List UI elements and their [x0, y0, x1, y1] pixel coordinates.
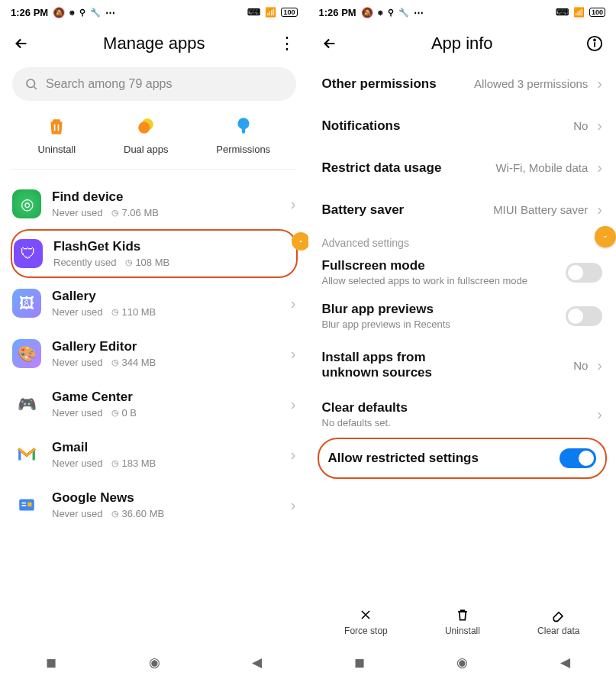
qa-uninstall[interactable]: Uninstall [37, 115, 76, 155]
chevron-right-icon: › [597, 75, 602, 92]
nav-back[interactable]: ◀ [252, 655, 262, 671]
svg-rect-10 [27, 503, 31, 506]
row-other-permissions[interactable]: Other permissions Allowed 3 permissions … [308, 63, 617, 105]
bottom-actions: Force stop Uninstall Clear data [308, 601, 617, 645]
app-row-gallery[interactable]: 🖼 Gallery Never used ◷110 MB › [0, 278, 308, 328]
app-usage: Never used [52, 458, 102, 469]
clock-icon: ◷ [111, 307, 119, 317]
scroll-indicator-badge [595, 226, 616, 247]
clock-icon: ◷ [111, 408, 119, 418]
trash-icon [45, 115, 68, 137]
row-sub: Blur app previews in Recents [322, 318, 557, 330]
scroll-indicator-badge [292, 232, 308, 251]
action-force-stop[interactable]: Force stop [344, 607, 388, 636]
row-blur[interactable]: Blur app previews Blur app previews in R… [308, 294, 617, 338]
row-sub: Allow selected apps to work in fullscree… [322, 275, 557, 286]
app-row-game-center[interactable]: 🎮 Game Center Never used ◷0 B › [0, 379, 308, 429]
status-bar: 1:26 PM 🔕 ⎈ ⚲ 🔧 ⋯ ⌨ 📶 100 [0, 0, 308, 24]
app-row-gallery-editor[interactable]: 🎨 Gallery Editor Never used ◷344 MB › [0, 328, 308, 379]
chevron-right-icon: › [597, 201, 602, 218]
more-button[interactable]: ⋮ [276, 34, 298, 53]
flashget-icon: 🛡 [14, 239, 43, 268]
action-uninstall[interactable]: Uninstall [445, 607, 480, 636]
row-clear-defaults[interactable]: Clear defaults No defaults set. › [308, 393, 617, 436]
clock-icon: ◷ [111, 357, 119, 367]
nav-home[interactable]: ◉ [456, 655, 468, 671]
quick-actions: Uninstall Dual apps Permissions [0, 108, 308, 169]
app-usage: Never used [52, 357, 102, 368]
qa-dual[interactable]: Dual apps [124, 115, 169, 155]
row-fullscreen[interactable]: Fullscreen mode Allow selected apps to w… [308, 254, 617, 294]
search-placeholder: Search among 79 apps [46, 77, 172, 91]
row-notifications[interactable]: Notifications No › [308, 105, 617, 147]
more-icon: ⋯ [414, 7, 424, 18]
toggle-blur[interactable] [566, 306, 602, 326]
toggle-allow-restricted[interactable] [560, 448, 596, 468]
row-label: Battery saver [322, 202, 485, 218]
qa-permissions[interactable]: Permissions [216, 115, 270, 155]
close-icon [358, 607, 373, 622]
svg-point-4 [139, 122, 150, 134]
eraser-icon [551, 607, 566, 622]
app-name: Google News [52, 490, 280, 506]
back-button[interactable] [11, 35, 32, 52]
app-name: FlashGet Kids [53, 239, 295, 254]
app-row-google-news[interactable]: Google News Never used ◷36.60 MB › [0, 480, 308, 530]
app-row-gmail[interactable]: Gmail Never used ◷183 MB › [0, 429, 308, 480]
app-usage: Recently used [53, 257, 116, 268]
gmail-icon [12, 440, 41, 469]
app-name: Gallery [52, 289, 280, 304]
clock-icon: ◷ [111, 208, 119, 218]
wrench-icon: 🔧 [398, 8, 409, 18]
chevron-right-icon: › [291, 196, 296, 213]
chevron-right-icon: › [597, 159, 602, 176]
page-title: Manage apps [32, 34, 276, 53]
chevron-right-icon: › [597, 406, 602, 423]
permissions-icon [232, 115, 255, 137]
nav-home[interactable]: ◉ [149, 655, 160, 671]
svg-point-5 [237, 118, 249, 129]
search-icon [24, 77, 38, 91]
row-label: Install apps from unknown sources [322, 350, 475, 380]
app-row-flashget-kids[interactable]: 🛡 FlashGet Kids Recently used ◷108 MB [11, 229, 298, 278]
nav-recent[interactable]: ◼ [354, 655, 365, 671]
app-size: 344 MB [121, 357, 156, 368]
chevron-right-icon: › [291, 446, 296, 464]
svg-rect-1 [54, 124, 56, 131]
action-clear-data[interactable]: Clear data [537, 607, 579, 636]
mic-icon: ⚲ [79, 8, 85, 18]
nav-recent[interactable]: ◼ [46, 655, 56, 671]
more-icon: ⋯ [105, 7, 115, 18]
search-input[interactable]: Search among 79 apps [12, 67, 296, 101]
nav-bar: ◼ ◉ ◀ [308, 645, 617, 679]
nav-back[interactable]: ◀ [560, 655, 570, 671]
status-time: 1:26 PM [11, 7, 48, 18]
toggle-fullscreen[interactable] [566, 263, 602, 283]
wifi-icon: 📶 [573, 7, 585, 18]
svg-rect-2 [58, 124, 60, 131]
info-button[interactable] [584, 35, 605, 52]
page-title: App info [340, 34, 585, 53]
clock-icon: ◷ [111, 458, 119, 468]
trash-icon [455, 607, 470, 622]
row-label: Fullscreen mode [322, 258, 557, 273]
app-size: 183 MB [121, 458, 156, 469]
svg-point-13 [594, 40, 595, 41]
gallery-icon: 🖼 [12, 289, 41, 318]
app-row-find-device[interactable]: ◎ Find device Never used ◷7.06 MB › [0, 179, 308, 229]
row-value: No [573, 359, 588, 372]
loc-icon: ⎈ [378, 8, 383, 17]
battery-icon: 100 [589, 8, 605, 17]
chevron-right-icon: › [291, 396, 296, 413]
row-restrict-data[interactable]: Restrict data usage Wi-Fi, Mobile data › [308, 147, 617, 189]
row-battery-saver[interactable]: Battery saver MIUI Battery saver › [308, 189, 617, 231]
row-allow-restricted[interactable]: Allow restricted settings [318, 438, 608, 479]
qa-dual-label: Dual apps [124, 144, 169, 155]
back-button[interactable] [319, 35, 340, 52]
row-value: MIUI Battery saver [493, 203, 588, 216]
app-usage: Never used [52, 306, 102, 318]
app-size: 36.60 MB [121, 508, 164, 519]
row-unknown-sources[interactable]: Install apps from unknown sources No › [308, 338, 617, 393]
wifi-icon: 📶 [265, 7, 276, 18]
row-label: Restrict data usage [322, 160, 487, 176]
